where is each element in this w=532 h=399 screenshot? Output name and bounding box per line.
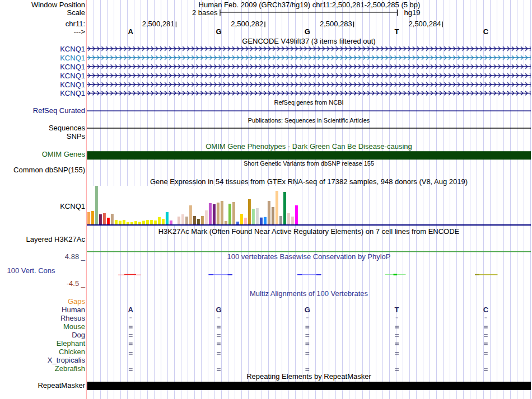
svg-text:Scale: Scale: [67, 8, 85, 17]
svg-text:Rhesus: Rhesus: [60, 314, 86, 322]
svg-text:Repeating Elements by RepeatMa: Repeating Elements by RepeatMasker: [246, 372, 371, 381]
svg-text:RefSeq Curated: RefSeq Curated: [33, 106, 85, 115]
svg-text:Gene Expression in 54 tissues: Gene Expression in 54 tissues from GTEx …: [150, 177, 468, 186]
svg-text:-4.5 _: -4.5 _: [67, 279, 86, 288]
svg-text:T: T: [395, 27, 399, 36]
svg-text:4.88 _: 4.88 _: [65, 252, 86, 261]
svg-text:OMIM Genes: OMIM Genes: [42, 150, 86, 158]
svg-text:C: C: [483, 27, 489, 36]
svg-text:KCNQ1: KCNQ1: [60, 202, 85, 210]
svg-text:2,500,281: 2,500,281: [142, 20, 175, 28]
svg-text:KCNQ1: KCNQ1: [60, 89, 85, 97]
svg-text:H3K27Ac Mark (Often Found Near: H3K27Ac Mark (Often Found Near Active Re…: [158, 227, 460, 236]
svg-text:KCNQ1: KCNQ1: [60, 72, 85, 80]
svg-text:Human: Human: [62, 306, 85, 314]
svg-text:Human Feb. 2009 (GRCh37/hg19): Human Feb. 2009 (GRCh37/hg19) chr11:2,50…: [199, 1, 421, 9]
svg-text:100 vertebrates Basewise Conse: 100 vertebrates Basewise Conservation by…: [227, 252, 391, 261]
svg-text:Mouse: Mouse: [63, 322, 85, 331]
svg-text:G: G: [216, 306, 221, 314]
svg-text:2,500,283: 2,500,283: [320, 20, 352, 28]
svg-text:RepeatMasker: RepeatMasker: [38, 381, 85, 389]
svg-text:Dog: Dog: [72, 331, 85, 339]
svg-text:chr11:: chr11:: [66, 20, 85, 28]
svg-text:A: A: [128, 27, 134, 36]
svg-text:GENCODE V49lift37 (3 items fil: GENCODE V49lift37 (3 items filtered out): [242, 37, 375, 45]
svg-text:G: G: [305, 27, 310, 36]
svg-text:Layered H3K27Ac: Layered H3K27Ac: [26, 235, 85, 243]
svg-text:KCNQ1: KCNQ1: [60, 81, 85, 89]
svg-text:Short Genetic Variants from db: Short Genetic Variants from dbSNP releas…: [244, 160, 374, 167]
svg-text:KCNQ1: KCNQ1: [60, 45, 85, 53]
svg-text:Common dbSNP(155): Common dbSNP(155): [13, 166, 85, 174]
svg-text:Multiz Alignments of 100 Verte: Multiz Alignments of 100 Vertebrates: [250, 289, 368, 298]
svg-text:100 Vert. Cons: 100 Vert. Cons: [7, 266, 55, 275]
svg-text:Elephant: Elephant: [57, 339, 86, 348]
svg-text:Sequences: Sequences: [49, 124, 86, 132]
svg-text:A: A: [128, 306, 134, 314]
svg-text:Zebrafish: Zebrafish: [55, 364, 85, 373]
svg-text:--->: --->: [73, 27, 85, 36]
svg-text:KCNQ1: KCNQ1: [60, 63, 85, 71]
svg-text:Window Position: Window Position: [31, 1, 85, 9]
svg-text:T: T: [395, 306, 399, 314]
svg-text:C: C: [483, 306, 489, 314]
svg-text:Gaps: Gaps: [68, 297, 86, 306]
svg-text:SNPs: SNPs: [67, 132, 86, 140]
svg-text:Publications: Sequences in Sci: Publications: Sequences in Scientific Ar…: [248, 117, 370, 124]
svg-text:X_tropicalis: X_tropicalis: [48, 356, 86, 364]
svg-text:G: G: [216, 27, 221, 36]
svg-text:2 bases: 2 bases: [192, 8, 218, 17]
svg-text:2,500,282: 2,500,282: [231, 20, 263, 28]
svg-text:2,500,284: 2,500,284: [409, 20, 441, 28]
svg-text:Chicken: Chicken: [59, 348, 85, 356]
svg-text:G: G: [305, 306, 310, 314]
svg-text:KCNQ1: KCNQ1: [60, 54, 85, 62]
svg-text:RefSeq genes from NCBI: RefSeq genes from NCBI: [274, 99, 343, 106]
svg-text:OMIM Gene Phenotypes - Dark Gr: OMIM Gene Phenotypes - Dark Green Can Be…: [206, 142, 412, 151]
svg-text:hg19: hg19: [404, 8, 421, 17]
